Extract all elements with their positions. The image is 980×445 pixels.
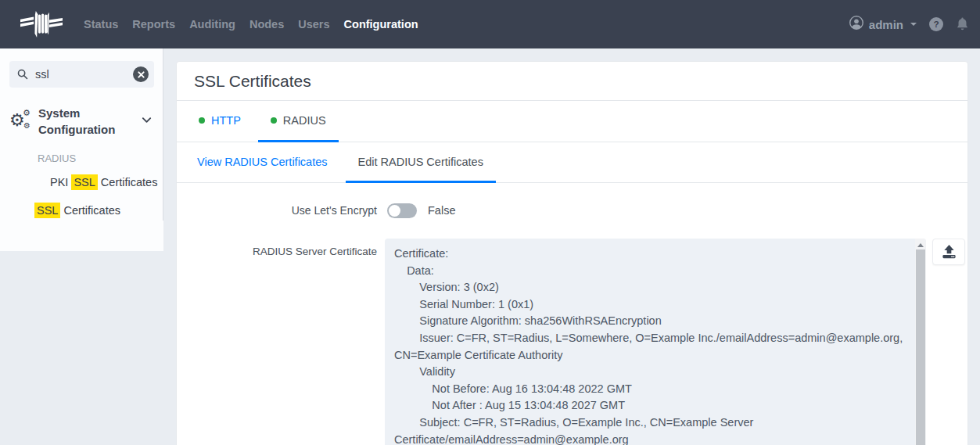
gears-icon: ⚙ ⚙ ⚙	[9, 109, 33, 133]
person-circle-icon	[849, 16, 863, 33]
lets-encrypt-row: Use Let's Encrypt False	[177, 196, 967, 225]
subtab-edit-radius-certificates[interactable]: Edit RADIUS Certificates	[346, 142, 496, 183]
nav-item-configuration[interactable]: Configuration	[337, 13, 425, 35]
subtabs-row: View RADIUS Certificates Edit RADIUS Cer…	[177, 142, 967, 183]
status-dot-icon	[199, 117, 205, 124]
certificate-scrollbar[interactable]	[915, 239, 926, 445]
nav-item-status[interactable]: Status	[77, 13, 125, 35]
certificate-row: RADIUS Server Certificate Certificate: D…	[177, 239, 967, 445]
edit-radius-form: Use Let's Encrypt False RADIUS Server Ce…	[177, 183, 967, 445]
toggle-knob	[389, 205, 400, 217]
radius-server-certificate-label: RADIUS Server Certificate	[177, 239, 377, 257]
chevron-down-icon	[910, 23, 917, 26]
search-highlight: SSL	[71, 174, 97, 190]
card-header: SSL Certificates	[177, 62, 967, 101]
radius-server-certificate-input[interactable]: Certificate: Data: Version: 3 (0x2) Seri…	[385, 239, 926, 445]
nav-item-reports[interactable]: Reports	[125, 13, 182, 35]
user-menu[interactable]: admin	[849, 16, 917, 33]
help-button[interactable]: ?	[929, 17, 943, 31]
subtab-view-radius-certificates[interactable]: View RADIUS Certificates	[185, 142, 340, 183]
status-dot-icon	[271, 117, 277, 124]
lets-encrypt-value: False	[428, 204, 455, 217]
sidebar-item-system-configuration[interactable]: ⚙ ⚙ ⚙ System Configuration	[0, 105, 163, 138]
sidebar-search	[9, 61, 154, 88]
chevron-down-icon	[141, 114, 153, 129]
main-card: SSL Certificates HTTP RADIUS View RADIUS…	[176, 61, 968, 445]
search-input[interactable]	[35, 68, 133, 81]
lets-encrypt-label: Use Let's Encrypt	[177, 204, 377, 217]
packetfence-logo-icon[interactable]	[20, 6, 64, 42]
sidebar-group-radius: RADIUS	[38, 153, 163, 164]
nav-item-auditing[interactable]: Auditing	[182, 13, 242, 35]
certificate-field-wrapper: Certificate: Data: Version: 3 (0x2) Seri…	[385, 239, 926, 445]
navbar-right: admin ?	[849, 16, 969, 33]
sidebar: ⚙ ⚙ ⚙ System Configuration RADIUS PKI SS…	[0, 48, 163, 251]
page-title: SSL Certificates	[194, 72, 311, 91]
svg-text:?: ?	[933, 19, 939, 30]
top-navbar: Status Reports Auditing Nodes Users Conf…	[0, 0, 980, 48]
sidebar-item-ssl-certificates[interactable]: SSL Certificates	[34, 204, 163, 217]
nav-item-nodes[interactable]: Nodes	[242, 13, 291, 35]
scroll-up-arrow-icon[interactable]	[917, 243, 924, 247]
clear-search-button[interactable]	[133, 66, 149, 82]
sidebar-item-pki-ssl-certificates[interactable]: PKI SSL Certificates	[50, 176, 163, 188]
lets-encrypt-toggle[interactable]	[387, 203, 417, 218]
notifications-bell-icon[interactable]	[956, 17, 969, 31]
system-configuration-label: System Configuration	[38, 105, 138, 138]
search-icon	[17, 69, 28, 80]
search-highlight: SSL	[34, 203, 60, 218]
tabs-row: HTTP RADIUS	[177, 101, 967, 142]
upload-certificate-button[interactable]	[932, 239, 965, 265]
tab-http[interactable]: HTTP	[186, 101, 253, 142]
user-name: admin	[869, 18, 903, 31]
scrollbar-thumb[interactable]	[916, 249, 925, 445]
sidebar-divider	[163, 48, 163, 221]
nav-item-users[interactable]: Users	[291, 13, 336, 35]
main-nav: Status Reports Auditing Nodes Users Conf…	[77, 13, 425, 35]
tab-radius[interactable]: RADIUS	[258, 101, 339, 142]
